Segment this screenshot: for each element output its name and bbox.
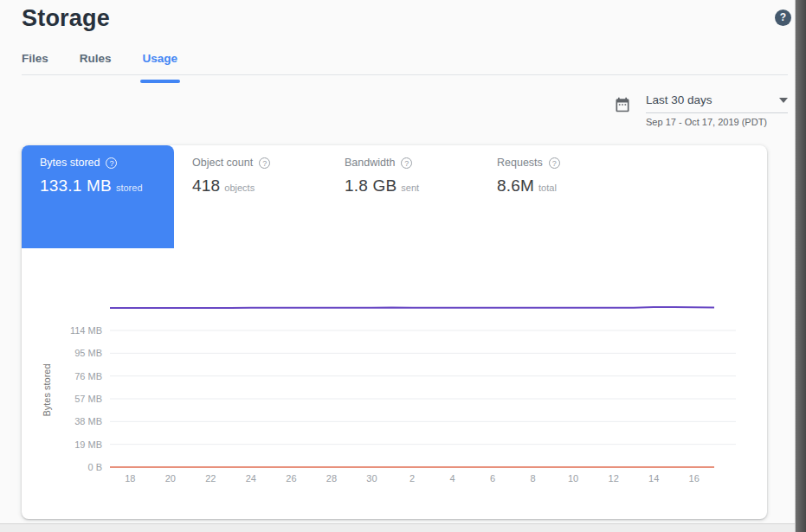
metric-value-row: 1.8 GBsent [345,176,479,195]
metric-card-object-count[interactable]: Object count ? 418objects [174,145,326,248]
svg-text:6: 6 [490,473,495,484]
svg-text:12: 12 [609,473,619,484]
metric-cards-row: Bytes stored ? 133.1 MBstored Object cou… [22,145,631,248]
metric-label-row: Object count ? [192,157,326,169]
svg-text:114 MB: 114 MB [70,325,102,336]
svg-text:10: 10 [568,473,578,484]
svg-text:57 MB: 57 MB [74,394,102,404]
metric-unit: total [538,183,557,193]
metric-value-row: 8.6Mtotal [497,176,631,195]
chevron-down-icon[interactable] [779,98,788,103]
metric-value-row: 133.1 MBstored [40,176,174,195]
svg-text:0 B: 0 B [87,462,102,472]
date-range-row: Last 30 days [646,93,788,113]
metric-value: 1.8 GB [345,176,397,195]
svg-text:26: 26 [286,473,296,484]
svg-text:Bytes stored: Bytes stored [42,363,52,416]
svg-text:30: 30 [366,473,377,484]
metric-label-row: Bandwidth ? [345,157,479,169]
date-range-selector[interactable]: Last 30 days Sep 17 - Oct 17, 2019 (PDT) [614,93,788,127]
help-circle-icon[interactable]: ? [259,157,270,169]
svg-text:28: 28 [326,473,337,484]
metric-label: Object count [192,157,253,169]
svg-text:76 MB: 76 MB [74,371,102,381]
svg-text:16: 16 [689,473,700,484]
tab-rules[interactable]: Rules [80,52,112,74]
help-circle-icon[interactable]: ? [549,157,560,169]
tab-files-label: Files [22,52,48,65]
tab-usage-label: Usage [143,52,178,65]
metric-unit: objects [224,183,255,193]
metric-card-bytes-stored[interactable]: Bytes stored ? 133.1 MBstored [22,145,174,248]
storage-usage-screen: Storage ? Files Rules Usage Last 30 days… [0,0,806,532]
svg-text:95 MB: 95 MB [74,348,102,358]
svg-text:24: 24 [246,473,256,484]
metric-unit: sent [401,183,419,193]
date-range-control: Last 30 days Sep 17 - Oct 17, 2019 (PDT) [646,93,788,127]
svg-text:19 MB: 19 MB [74,439,102,450]
svg-text:22: 22 [205,473,216,484]
tab-files[interactable]: Files [22,52,48,74]
svg-text:14: 14 [648,473,659,484]
svg-text:18: 18 [125,473,135,484]
metric-label-row: Bytes stored ? [40,157,174,169]
metric-value: 8.6M [497,176,534,195]
help-circle-icon[interactable]: ? [106,157,117,169]
metric-card-requests[interactable]: Requests ? 8.6Mtotal [479,145,631,248]
usage-panel: 0 B19 MB38 MB57 MB76 MB95 MB114 MB182022… [22,145,767,519]
screen-bottom-edge [0,523,795,532]
svg-text:2: 2 [409,473,415,484]
tabs-bar: Files Rules Usage [22,52,177,74]
help-circle-icon[interactable]: ? [401,157,412,169]
screen-right-edge[interactable] [795,0,806,532]
metric-card-bandwidth[interactable]: Bandwidth ? 1.8 GBsent [326,145,479,248]
calendar-icon [614,96,631,127]
help-icon[interactable]: ? [775,10,791,26]
page-title: Storage [22,5,110,32]
active-tab-indicator [140,80,181,83]
metric-value: 418 [192,176,220,195]
svg-text:4: 4 [449,473,455,484]
metric-label: Requests [497,157,543,169]
tabs-separator [22,74,788,75]
metric-label: Bytes stored [40,157,100,169]
svg-text:8: 8 [531,473,536,484]
date-range-label: Last 30 days [646,93,713,106]
metric-value-row: 418objects [192,176,326,195]
svg-text:20: 20 [165,473,176,484]
metric-label-row: Requests ? [497,157,631,169]
metric-unit: stored [116,183,143,193]
tab-usage[interactable]: Usage [143,52,178,74]
metric-label: Bandwidth [345,157,395,169]
tab-rules-label: Rules [80,52,112,65]
date-range-dates: Sep 17 - Oct 17, 2019 (PDT) [646,117,788,127]
svg-text:38 MB: 38 MB [74,416,102,426]
metric-value: 133.1 MB [40,176,112,195]
